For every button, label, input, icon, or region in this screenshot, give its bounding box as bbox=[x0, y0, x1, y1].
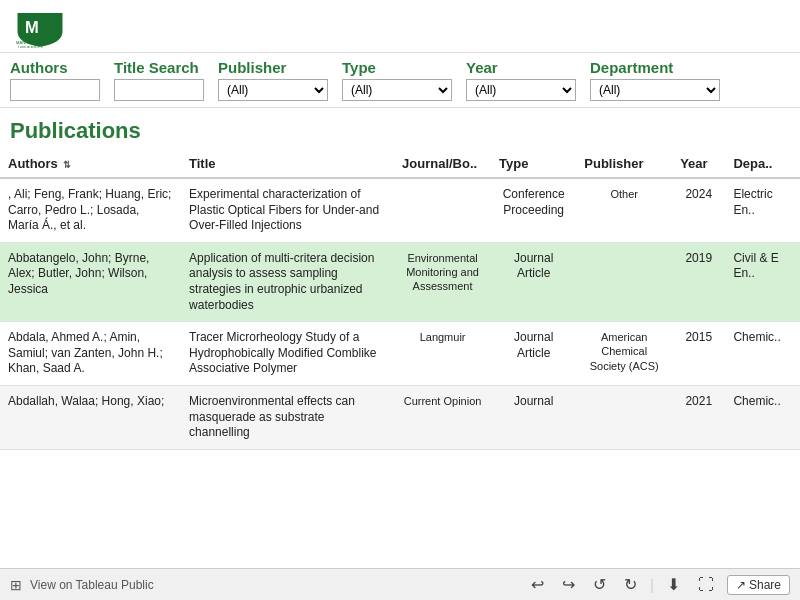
redo-button[interactable]: ↪ bbox=[557, 572, 580, 597]
filter-department: Department (All) bbox=[590, 59, 720, 101]
table-row: Abdallah, Walaa; Hong, Xiao;Microenviron… bbox=[0, 385, 800, 449]
filter-publisher: Publisher (All) bbox=[218, 59, 328, 101]
tableau-icon: ⊞ bbox=[10, 577, 22, 593]
cell-journal: Langmuir bbox=[394, 322, 491, 386]
cell-publisher: American Chemical Society (ACS) bbox=[576, 322, 672, 386]
revert-button[interactable]: ↺ bbox=[588, 572, 611, 597]
cell-year: 2021 bbox=[672, 385, 725, 449]
share-label: Share bbox=[749, 578, 781, 592]
cell-journal: Environmental Monitoring and Assessment bbox=[394, 242, 491, 321]
filter-title-search: Title Search bbox=[114, 59, 204, 101]
col-header-type: Type bbox=[491, 150, 576, 178]
sort-icon-authors: ⇅ bbox=[63, 160, 71, 170]
cell-publisher bbox=[576, 385, 672, 449]
cell-journal bbox=[394, 178, 491, 242]
table-row: Abdala, Ahmed A.; Amin, Samiul; van Zant… bbox=[0, 322, 800, 386]
download-button[interactable]: ⬇ bbox=[662, 572, 685, 597]
filters-bar: Authors Title Search Publisher (All) Typ… bbox=[0, 53, 800, 108]
cell-authors: Abbatangelo, John; Byrne, Alex; Butler, … bbox=[0, 242, 181, 321]
view-on-tableau-link[interactable]: View on Tableau Public bbox=[30, 578, 154, 592]
cell-dept: Chemic.. bbox=[725, 385, 800, 449]
table-header-row: Authors ⇅ Title Journal/Bo.. Type Publis… bbox=[0, 150, 800, 178]
share-icon: ↗ bbox=[736, 578, 746, 592]
type-select[interactable]: (All) bbox=[342, 79, 452, 101]
cell-title: Tracer Microrheology Study of a Hydropho… bbox=[181, 322, 394, 386]
cell-year: 2024 bbox=[672, 178, 725, 242]
department-select[interactable]: (All) bbox=[590, 79, 720, 101]
type-label: Type bbox=[342, 59, 452, 76]
filter-authors: Authors bbox=[10, 59, 100, 101]
svg-text:UNIVERSITY: UNIVERSITY bbox=[18, 45, 43, 48]
year-select[interactable]: (All) bbox=[466, 79, 576, 101]
filter-year: Year (All) bbox=[466, 59, 576, 101]
table-row: , Ali; Feng, Frank; Huang, Eric; Carro, … bbox=[0, 178, 800, 242]
forward-button[interactable]: ↻ bbox=[619, 572, 642, 597]
divider-1: | bbox=[650, 577, 654, 593]
header: M MANHATTAN UNIVERSITY bbox=[0, 0, 800, 53]
publisher-label: Publisher bbox=[218, 59, 328, 76]
col-header-authors[interactable]: Authors ⇅ bbox=[0, 150, 181, 178]
cell-type: Journal bbox=[491, 385, 576, 449]
cell-dept: Electric En.. bbox=[725, 178, 800, 242]
cell-authors: Abdallah, Walaa; Hong, Xiao; bbox=[0, 385, 181, 449]
cell-publisher bbox=[576, 242, 672, 321]
manhattan-university-logo: M MANHATTAN UNIVERSITY bbox=[10, 8, 70, 48]
authors-label: Authors bbox=[10, 59, 100, 76]
table-row: Abbatangelo, John; Byrne, Alex; Butler, … bbox=[0, 242, 800, 321]
col-header-publisher: Publisher bbox=[576, 150, 672, 178]
cell-dept: Civil & E En.. bbox=[725, 242, 800, 321]
publications-title: Publications bbox=[0, 108, 800, 150]
cell-dept: Chemic.. bbox=[725, 322, 800, 386]
year-label: Year bbox=[466, 59, 576, 76]
cell-year: 2015 bbox=[672, 322, 725, 386]
fullscreen-button[interactable]: ⛶ bbox=[693, 573, 719, 597]
cell-year: 2019 bbox=[672, 242, 725, 321]
publisher-select[interactable]: (All) bbox=[218, 79, 328, 101]
cell-publisher: Other bbox=[576, 178, 672, 242]
cell-type: Journal Article bbox=[491, 322, 576, 386]
table-body: , Ali; Feng, Frank; Huang, Eric; Carro, … bbox=[0, 178, 800, 449]
publications-table-container: Authors ⇅ Title Journal/Bo.. Type Publis… bbox=[0, 150, 800, 540]
col-header-title: Title bbox=[181, 150, 394, 178]
undo-button[interactable]: ↩ bbox=[526, 572, 549, 597]
publications-table: Authors ⇅ Title Journal/Bo.. Type Publis… bbox=[0, 150, 800, 450]
cell-title: Microenvironmental effects can masquerad… bbox=[181, 385, 394, 449]
filter-type: Type (All) bbox=[342, 59, 452, 101]
cell-title: Experimental characterization of Plastic… bbox=[181, 178, 394, 242]
cell-authors: Abdala, Ahmed A.; Amin, Samiul; van Zant… bbox=[0, 322, 181, 386]
cell-authors: , Ali; Feng, Frank; Huang, Eric; Carro, … bbox=[0, 178, 181, 242]
authors-input[interactable] bbox=[10, 79, 100, 101]
svg-text:M: M bbox=[25, 18, 39, 36]
title-search-input[interactable] bbox=[114, 79, 204, 101]
col-header-dept: Depa.. bbox=[725, 150, 800, 178]
cell-title: Application of multi-critera decision an… bbox=[181, 242, 394, 321]
department-label: Department bbox=[590, 59, 720, 76]
cell-journal: Current Opinion bbox=[394, 385, 491, 449]
cell-type: Journal Article bbox=[491, 242, 576, 321]
svg-text:MANHATTAN: MANHATTAN bbox=[16, 40, 41, 45]
col-header-year: Year bbox=[672, 150, 725, 178]
title-search-label: Title Search bbox=[114, 59, 204, 76]
bottom-toolbar: ⊞ View on Tableau Public ↩ ↪ ↺ ↻ | ⬇ ⛶ ↗… bbox=[0, 568, 800, 600]
logo-area: M MANHATTAN UNIVERSITY bbox=[10, 8, 70, 48]
col-header-journal: Journal/Bo.. bbox=[394, 150, 491, 178]
cell-type: Conference Proceeding bbox=[491, 178, 576, 242]
share-button[interactable]: ↗ Share bbox=[727, 575, 790, 595]
